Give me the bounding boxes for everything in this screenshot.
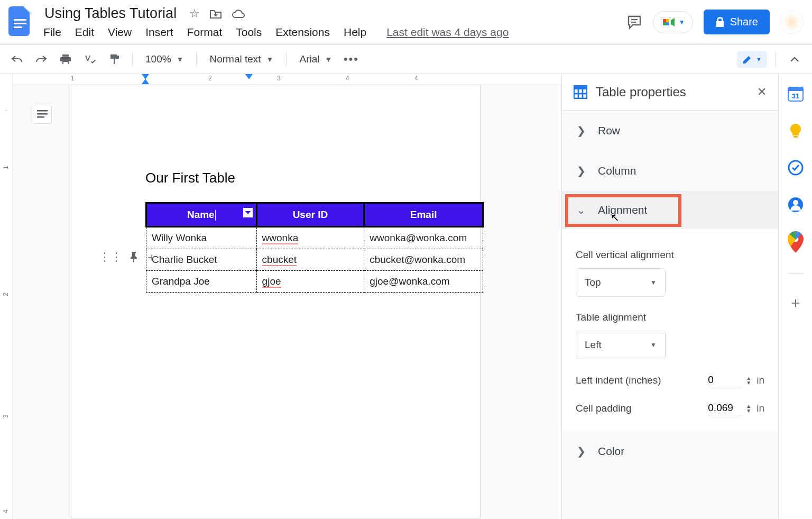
table-header-cell[interactable]: Email (364, 203, 483, 227)
svg-rect-17 (793, 136, 798, 138)
calendar-icon[interactable]: 31 (788, 86, 804, 102)
menu-edit[interactable]: Edit (75, 26, 94, 39)
padding-stepper[interactable]: ▲▼ (746, 404, 751, 413)
ruler-mark: 4 (414, 75, 418, 82)
maps-icon[interactable] (788, 234, 804, 250)
menu-insert[interactable]: Insert (145, 26, 173, 39)
font-select[interactable]: Arial ▼ (295, 53, 336, 65)
zoom-select[interactable]: 100% ▼ (141, 53, 188, 65)
print-button[interactable] (56, 50, 75, 69)
star-icon[interactable]: ☆ (189, 7, 200, 21)
share-button[interactable]: Share (704, 10, 770, 34)
menu-tools[interactable]: Tools (236, 26, 262, 39)
add-row-icon[interactable]: ＋ (145, 249, 157, 265)
section-color[interactable]: ❯ Color (562, 431, 778, 471)
table-cell[interactable]: gjoe@wonka.com (364, 271, 483, 293)
vertical-ruler[interactable]: · 1 2 3 4 (0, 74, 13, 519)
contacts-icon[interactable] (788, 197, 804, 213)
section-label: Alignment (598, 204, 647, 216)
caret-down-icon: ▼ (650, 341, 657, 349)
menu-help[interactable]: Help (344, 26, 366, 39)
keep-icon[interactable] (788, 123, 804, 139)
drag-handle-icon[interactable]: ⋮⋮ (99, 250, 122, 264)
ruler-mark: 1 (2, 166, 10, 169)
title-block: Using Tables Tutorial ☆ File Edit View I… (41, 4, 626, 39)
ruler-mark: 3 (2, 414, 10, 418)
get-addons-icon[interactable]: ＋ (788, 295, 804, 311)
ruler-mark: · (2, 110, 10, 111)
menu-extensions[interactable]: Extensions (275, 26, 330, 39)
svg-rect-1 (14, 23, 26, 24)
move-icon[interactable] (209, 8, 222, 19)
tasks-icon[interactable] (788, 160, 804, 176)
horizontal-ruler[interactable]: 1 2 3 4 4 (13, 74, 561, 85)
table-cell[interactable]: Willy Wonka (146, 227, 257, 249)
meet-button[interactable]: ▼ (653, 11, 693, 33)
paragraph-style-select[interactable]: Normal text ▼ (205, 53, 278, 65)
document-table[interactable]: Name User ID Email Willy Wonka wwonka ww… (145, 202, 484, 293)
menu-format[interactable]: Format (187, 26, 223, 39)
left-indent-input[interactable] (708, 373, 741, 387)
left-indent-label: Left indent (inches) (576, 375, 661, 386)
tab-stop-marker[interactable] (245, 74, 253, 79)
document-title[interactable]: Using Tables Tutorial (41, 4, 180, 23)
table-header-row[interactable]: Name User ID Email (146, 203, 483, 227)
menu-file[interactable]: File (43, 26, 61, 39)
section-alignment[interactable]: ⌄ Alignment (562, 191, 778, 229)
menu-view[interactable]: View (108, 26, 132, 39)
spellcheck-button[interactable] (80, 50, 99, 69)
cell-padding-input[interactable] (708, 401, 741, 415)
document-page[interactable]: Our First Table Name User ID Email (71, 85, 481, 518)
redo-button[interactable] (32, 50, 51, 69)
section-label: Row (598, 124, 620, 137)
table-cell[interactable]: wwonka@wonka.com (364, 227, 483, 249)
pin-row-icon[interactable] (130, 252, 138, 262)
table-row[interactable]: Grandpa Joe gjoe gjoe@wonka.com (146, 271, 483, 293)
toolbar-more-icon[interactable]: ••• (342, 50, 361, 69)
table-alignment-label: Table alignment (576, 312, 764, 323)
paragraph-style-value: Normal text (209, 53, 261, 65)
table-cell[interactable]: Grandpa Joe (146, 271, 257, 293)
row-handles: ⋮⋮ ＋ (99, 249, 157, 265)
cloud-status-icon[interactable] (232, 9, 245, 19)
table-cell[interactable]: wwonka (256, 227, 364, 249)
editing-mode-button[interactable]: ▼ (737, 51, 767, 68)
column-menu-icon[interactable] (243, 208, 253, 217)
table-row[interactable]: Willy Wonka wwonka wwonka@wonka.com (146, 227, 483, 249)
comment-history-icon[interactable] (626, 14, 642, 30)
section-column[interactable]: ❯ Column (562, 151, 778, 191)
cell-vertical-alignment-label: Cell vertical alignment (576, 249, 764, 261)
table-properties-panel: Table properties ✕ ❯ Row ❯ Column ⌄ Alig… (561, 74, 778, 519)
last-edit-link[interactable]: Last edit was 4 days ago (386, 26, 509, 39)
table-cell[interactable]: cbucket (256, 249, 364, 271)
table-row[interactable]: ⋮⋮ ＋ Charlie Bucket cbucket cbucket@wonk… (146, 249, 483, 271)
paint-format-button[interactable] (105, 50, 124, 69)
account-avatar[interactable] (780, 11, 804, 34)
svg-rect-15 (788, 87, 803, 91)
chevron-down-icon: ⌄ (576, 204, 586, 216)
left-indent-marker[interactable] (142, 79, 149, 84)
canvas: 1 2 3 4 4 Our First Table (13, 74, 561, 519)
table-cell[interactable]: gjoe (256, 271, 364, 293)
table-header-cell[interactable]: User ID (256, 203, 364, 227)
table-cell[interactable]: ⋮⋮ ＋ Charlie Bucket (146, 249, 257, 271)
svg-rect-8 (37, 116, 44, 118)
table-cell[interactable]: cbucket@wonka.com (364, 249, 483, 271)
table-header-cell[interactable]: Name (146, 203, 257, 227)
toolbar: 100% ▼ Normal text ▼ Arial ▼ ••• ▼ (0, 44, 812, 74)
header-text: User ID (293, 209, 328, 220)
table-alignment-select[interactable]: Left ▼ (576, 331, 666, 359)
indent-stepper[interactable]: ▲▼ (746, 376, 751, 385)
close-panel-icon[interactable]: ✕ (757, 85, 767, 99)
undo-button[interactable] (7, 50, 26, 69)
cell-vertical-alignment-select[interactable]: Top ▼ (576, 268, 666, 297)
document-heading[interactable]: Our First Table (145, 170, 480, 186)
caret-down-icon: ▼ (266, 55, 274, 63)
section-row[interactable]: ❯ Row (562, 111, 778, 151)
show-outline-button[interactable] (33, 105, 52, 124)
chevron-right-icon: ❯ (576, 124, 586, 137)
collapse-toolbar-icon[interactable] (785, 56, 805, 62)
menu-bar: File Edit View Insert Format Tools Exten… (41, 23, 626, 39)
docs-logo[interactable] (6, 4, 34, 38)
caret-down-icon: ▼ (650, 279, 657, 286)
